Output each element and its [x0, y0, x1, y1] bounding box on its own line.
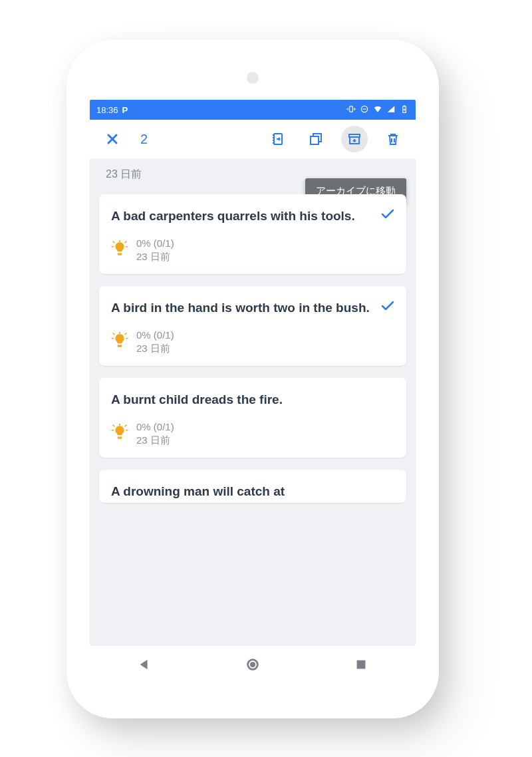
svg-rect-5 — [349, 134, 360, 137]
clear-selection-button[interactable] — [99, 126, 126, 152]
nav-recent-button[interactable] — [345, 649, 377, 681]
copy-button[interactable] — [303, 126, 329, 152]
card-stats: 0% (0/1) 23 日前 — [136, 420, 174, 448]
system-nav-bar — [90, 647, 416, 682]
status-p-badge: P — [122, 105, 128, 115]
card-stats: 0% (0/1) 23 日前 — [136, 329, 174, 356]
list-item[interactable]: A burnt child dreads the fire. 0% (0/1) … — [99, 378, 406, 458]
vibrate-icon — [346, 104, 356, 116]
delete-button[interactable] — [380, 126, 406, 152]
check-icon — [380, 206, 396, 225]
card-title: A bad carpenters quarrels with his tools… — [111, 208, 394, 225]
list-item[interactable]: A drowning man will catch at — [99, 470, 406, 503]
card-list: A bad carpenters quarrels with his tools… — [90, 190, 416, 646]
nav-home-button[interactable] — [237, 649, 269, 681]
list-item[interactable]: A bad carpenters quarrels with his tools… — [99, 194, 406, 274]
svg-rect-4 — [311, 136, 319, 144]
nav-back-button[interactable] — [128, 649, 160, 681]
screen: 18:36 P — [90, 100, 416, 646]
status-time: 18:36 — [96, 105, 118, 115]
wifi-icon — [373, 104, 382, 116]
sort-label: 23 日前 — [106, 168, 142, 182]
dnd-icon — [360, 104, 369, 116]
phone-frame: 18:36 P — [66, 40, 439, 718]
archive-button[interactable] — [341, 126, 368, 152]
card-stats: 0% (0/1) 23 日前 — [136, 237, 174, 264]
svg-rect-8 — [357, 661, 366, 669]
battery-icon — [400, 104, 409, 116]
move-to-notebook-button[interactable] — [264, 126, 291, 152]
lightbulb-icon — [111, 424, 128, 444]
svg-rect-0 — [350, 106, 353, 111]
lightbulb-icon — [111, 240, 128, 260]
selection-action-bar: 2 — [90, 120, 416, 158]
signal-icon — [386, 104, 396, 116]
lightbulb-icon — [111, 332, 128, 352]
selection-count: 2 — [140, 132, 148, 147]
sort-row: 23 日前 アーカイブに移動 — [90, 158, 416, 190]
card-title: A burnt child dreads the fire. — [111, 391, 394, 408]
svg-point-7 — [251, 663, 255, 667]
check-icon — [380, 298, 396, 317]
phone-speaker — [247, 72, 259, 84]
status-bar: 18:36 P — [90, 100, 416, 120]
card-title: A bird in the hand is worth two in the b… — [111, 299, 394, 317]
list-item[interactable]: A bird in the hand is worth two in the b… — [99, 286, 406, 366]
card-title: A drowning man will catch at — [111, 483, 394, 500]
